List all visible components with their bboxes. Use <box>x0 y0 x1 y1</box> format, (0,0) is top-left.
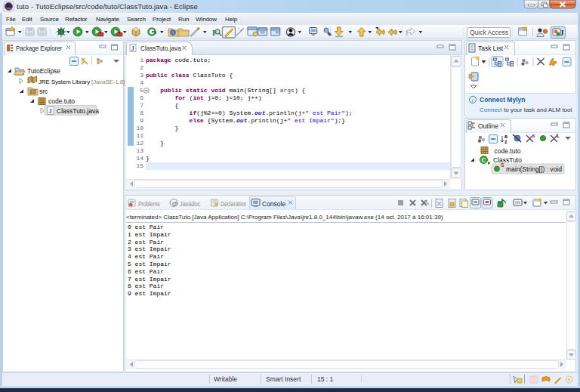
svg-text:@: @ <box>172 200 178 207</box>
svg-text:C: C <box>482 157 486 164</box>
svg-text:s: s <box>532 133 535 138</box>
svg-text:ClassTuto.java: ClassTuto.java <box>57 107 99 115</box>
svg-text:z: z <box>504 139 508 144</box>
svg-text:ClassTuto: ClassTuto <box>493 156 522 164</box>
svg-text:a: a <box>504 134 508 139</box>
svg-text:main(String[]) : void: main(String[]) : void <box>506 165 562 173</box>
svg-text:code.tuto: code.tuto <box>495 147 521 155</box>
svg-text:J: J <box>560 29 564 37</box>
svg-text:L: L <box>557 133 560 138</box>
svg-text:code.tuto: code.tuto <box>48 97 75 105</box>
svg-text:JRE System Library [JavaSE-1.8: JRE System Library [JavaSE-1.8] <box>39 78 125 85</box>
svg-text:TutoEclipse: TutoEclipse <box>27 67 60 75</box>
svg-text:i: i <box>472 97 474 103</box>
svg-text:Quick Access: Quick Access <box>470 29 508 36</box>
svg-text:src: src <box>39 88 48 95</box>
